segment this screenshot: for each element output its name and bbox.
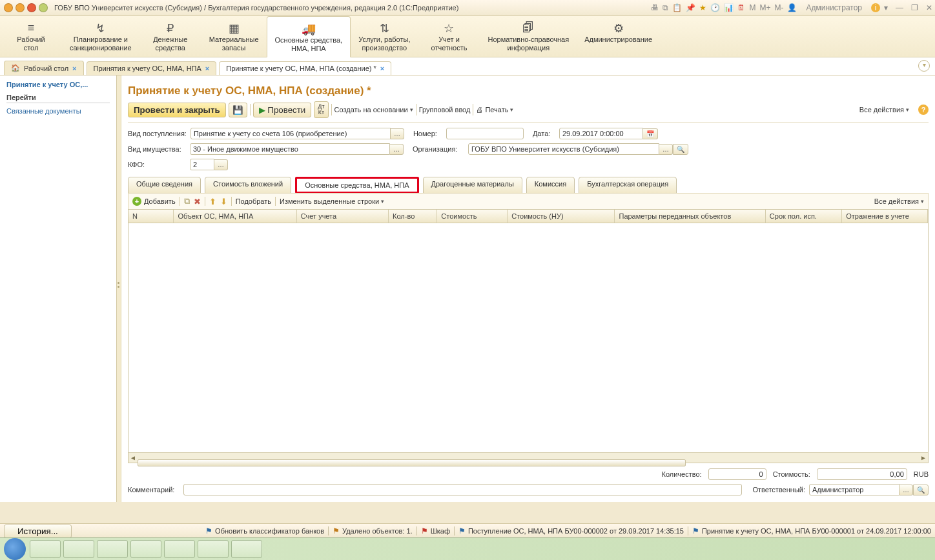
inner-tab-2[interactable]: Основные средства, НМА, НПА bbox=[297, 179, 416, 192]
move-up-icon[interactable]: ⬆ bbox=[209, 197, 216, 206]
section-label: Администрирование bbox=[584, 35, 652, 44]
organization-select-icon[interactable]: … bbox=[659, 144, 673, 155]
move-down-icon[interactable]: ⬇ bbox=[220, 197, 227, 206]
doctab-1[interactable]: Принятия к учету ОС, НМА, НПА× bbox=[87, 61, 217, 75]
tab-close-icon[interactable]: × bbox=[72, 65, 76, 72]
row-comment-responsible: Комментарий: Ответственный: … 🔍 bbox=[128, 484, 929, 495]
help-icon[interactable]: ? bbox=[918, 105, 929, 115]
responsible-input[interactable] bbox=[809, 484, 899, 495]
change-selected-lines-button[interactable]: Изменить выделенные строки ▾ bbox=[280, 197, 384, 205]
group-input-button[interactable]: Групповой ввод bbox=[419, 106, 471, 114]
inner-tab-1[interactable]: Стоимость вложений bbox=[205, 177, 291, 194]
inner-tab-5[interactable]: Бухгалтерская операция bbox=[579, 177, 677, 194]
receipt-type-select-icon[interactable]: … bbox=[391, 128, 404, 139]
section-item-7[interactable]: 🗐Нормативно-справочнаяинформация bbox=[480, 16, 577, 57]
section-item-4[interactable]: 🚚Основные средства,НМА, НПА bbox=[267, 16, 351, 57]
delete-row-icon[interactable]: ✖ bbox=[194, 197, 201, 206]
inner-tab-4[interactable]: Комиссия bbox=[526, 177, 575, 194]
calc-icon[interactable]: 📊 bbox=[724, 3, 734, 12]
responsible-select-icon[interactable]: … bbox=[899, 485, 913, 495]
print-button[interactable]: 🖨 Печать▾ bbox=[476, 106, 513, 114]
pick-button[interactable]: Подобрать bbox=[236, 197, 271, 205]
m-minus[interactable]: M- bbox=[774, 3, 783, 12]
pin-icon[interactable]: 📌 bbox=[686, 3, 695, 12]
grid-col-0[interactable]: N bbox=[128, 210, 174, 223]
asset-type-input[interactable] bbox=[190, 143, 390, 155]
add-label: Добавить bbox=[144, 197, 176, 205]
post-button[interactable]: ▶ Провести bbox=[253, 103, 312, 117]
window-green-icon[interactable] bbox=[39, 3, 48, 12]
grid-col-3[interactable]: Кол-во bbox=[389, 210, 437, 223]
favorite-icon[interactable]: ★ bbox=[699, 3, 706, 12]
receipt-type-label: Вид поступления: bbox=[128, 130, 187, 137]
section-item-6[interactable]: ☆Учет иотчетность bbox=[418, 16, 480, 57]
sidebar-toggle[interactable] bbox=[117, 75, 121, 502]
comment-input[interactable] bbox=[183, 484, 742, 495]
kfo-input[interactable] bbox=[190, 159, 214, 170]
grid-col-4[interactable]: Стоимость bbox=[437, 210, 508, 223]
section-item-8[interactable]: ⚙Администрирование bbox=[577, 16, 660, 57]
number-label: Номер: bbox=[413, 130, 442, 137]
scroll-right-icon[interactable]: ► bbox=[919, 454, 928, 461]
responsible-lookup-icon[interactable]: 🔍 bbox=[913, 485, 929, 495]
tab-close-icon[interactable]: × bbox=[205, 65, 209, 72]
grid-all-actions-button[interactable]: Все действия ▾ bbox=[874, 197, 924, 205]
section-item-2[interactable]: ₽Денежныесредства bbox=[139, 16, 201, 57]
section-item-5[interactable]: ⇅Услуги, работы,производство bbox=[351, 16, 418, 57]
number-input[interactable] bbox=[446, 128, 524, 139]
doctab-0[interactable]: 🏠Рабочий стол× bbox=[4, 61, 84, 75]
section-icon: ≡ bbox=[8, 21, 54, 33]
close-button[interactable]: ✕ bbox=[926, 3, 932, 12]
date-input[interactable] bbox=[559, 128, 643, 139]
print-icon[interactable]: 🖶 bbox=[651, 3, 659, 12]
dtkt-button[interactable]: ДтКт bbox=[314, 101, 328, 118]
scroll-thumb[interactable] bbox=[138, 459, 686, 466]
copy-row-icon[interactable]: ⧉ bbox=[184, 196, 190, 206]
grid-col-6[interactable]: Параметры переданных объектов bbox=[615, 210, 765, 223]
window-prev-icon[interactable] bbox=[4, 3, 13, 12]
calendar-icon[interactable]: 🗓 bbox=[737, 3, 745, 12]
grid-col-2[interactable]: Счет учета bbox=[297, 210, 389, 223]
section-item-0[interactable]: ≡Рабочийстол bbox=[0, 16, 62, 57]
sidebar-link-related-docs[interactable]: Связанные документы bbox=[6, 107, 110, 115]
info-icon[interactable]: i bbox=[871, 3, 880, 12]
expand-tabs-icon[interactable]: ▾ bbox=[918, 60, 930, 72]
grid-col-7[interactable]: Срок пол. исп. bbox=[766, 210, 842, 223]
grid-col-1[interactable]: Объект ОС, НМА, НПА bbox=[174, 210, 296, 223]
asset-type-select-icon[interactable]: … bbox=[390, 144, 404, 155]
scroll-left-icon[interactable]: ◄ bbox=[128, 454, 138, 461]
grid-col-5[interactable]: Стоимость (НУ) bbox=[508, 210, 615, 223]
save-button[interactable]: 💾 bbox=[229, 103, 247, 117]
inner-tab-0[interactable]: Общие сведения bbox=[128, 177, 201, 194]
create-on-basis-button[interactable]: Создать на основании▾ bbox=[334, 106, 413, 114]
maximize-button[interactable]: ❐ bbox=[911, 3, 918, 12]
inner-tab-3[interactable]: Драгоценные материалы bbox=[423, 177, 522, 194]
plus-icon: + bbox=[132, 197, 141, 206]
horizontal-scrollbar[interactable]: ◄ ► bbox=[128, 452, 928, 463]
section-item-3[interactable]: ▦Материальныезапасы bbox=[201, 16, 267, 57]
window-next-icon[interactable] bbox=[15, 3, 25, 12]
m-memory[interactable]: M bbox=[749, 3, 755, 12]
history-icon[interactable]: 🕑 bbox=[710, 3, 720, 12]
qty-label: Количество: bbox=[661, 470, 701, 478]
add-row-button[interactable]: +Добавить bbox=[132, 197, 176, 206]
copy-icon[interactable]: ⧉ bbox=[663, 3, 668, 12]
date-label: Дата: bbox=[533, 130, 555, 137]
date-picker-icon[interactable]: 📅 bbox=[643, 128, 658, 139]
section-item-1[interactable]: ↯Планирование исанкционирование bbox=[62, 16, 139, 57]
kfo-select-icon[interactable]: … bbox=[214, 159, 228, 170]
all-actions-button[interactable]: Все действия ▾ bbox=[856, 104, 913, 115]
clipboard-icon[interactable]: 📋 bbox=[672, 3, 682, 12]
minimize-button[interactable]: — bbox=[896, 3, 903, 12]
organization-lookup-icon[interactable]: 🔍 bbox=[673, 144, 688, 155]
doctab-2[interactable]: Принятие к учету ОС, НМА, НПА (создание)… bbox=[219, 61, 391, 75]
grid-col-8[interactable]: Отражение в учете bbox=[842, 210, 928, 223]
window-red-icon[interactable] bbox=[27, 3, 36, 12]
tab-close-icon[interactable]: × bbox=[380, 65, 384, 72]
post-and-close-button[interactable]: Провести и закрыть bbox=[128, 103, 226, 117]
info-dropdown-caret[interactable]: ▾ bbox=[884, 3, 888, 12]
organization-input[interactable] bbox=[468, 143, 659, 155]
m-plus[interactable]: M+ bbox=[759, 3, 770, 12]
grid-body[interactable] bbox=[128, 223, 928, 452]
receipt-type-input[interactable] bbox=[190, 128, 391, 139]
